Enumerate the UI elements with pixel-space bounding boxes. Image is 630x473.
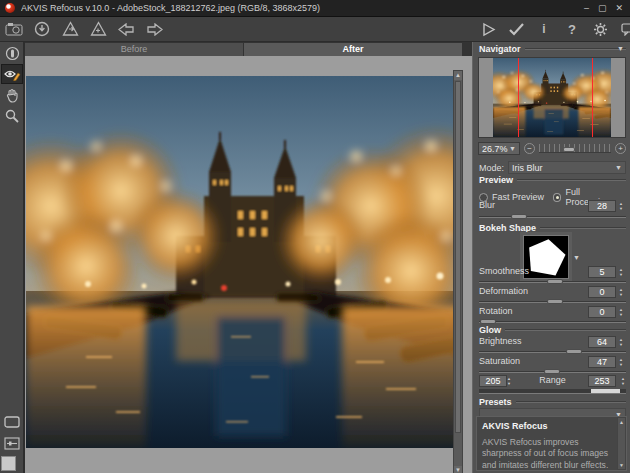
hints-scroll-down-icon[interactable]: ▼ (618, 461, 625, 469)
zoom-out-button[interactable]: − (524, 143, 535, 154)
presets-header: Presets (479, 397, 626, 407)
range-high-spinner[interactable]: ▲▼ (621, 376, 625, 386)
hand-tool-icon[interactable] (1, 85, 23, 105)
feedback-chat-icon[interactable] (616, 19, 630, 39)
brightness-slider[interactable] (479, 348, 626, 355)
quick-preview-tool-icon[interactable] (1, 43, 23, 63)
saturation-slider-thumb[interactable] (544, 369, 560, 374)
blur-label: Blur (479, 200, 495, 210)
smoothness-label: Smoothness (479, 266, 529, 276)
hints-scrollbar[interactable]: ▲ ▼ (617, 417, 626, 470)
glow-header: Glow (479, 325, 626, 335)
maximize-button[interactable]: ▢ (598, 4, 607, 13)
blur-area-tool-icon[interactable] (1, 64, 23, 84)
zoom-value: 26.7% (482, 144, 508, 154)
deformation-slider-thumb[interactable] (547, 299, 563, 304)
main-toolbar: i ? (0, 17, 630, 42)
hints-body: AKVIS Refocus improves sharpness of out … (482, 437, 614, 471)
minimize-button[interactable]: – (584, 4, 589, 13)
range-gradient-slider[interactable] (479, 389, 626, 394)
range-high-value[interactable]: 253 (588, 375, 616, 387)
navigator-thumbnail[interactable] (493, 58, 611, 137)
scroll-up-arrow-icon[interactable]: ▲ (454, 71, 462, 80)
navigator-collapse-icon[interactable]: ▼ (617, 45, 624, 52)
zoom-in-button[interactable]: + (615, 143, 626, 154)
iris-blur-right-guide[interactable] (592, 58, 593, 137)
hints-title: AKVIS Refocus (482, 421, 614, 431)
vertical-scroll-thumb[interactable] (455, 81, 461, 433)
navigator-title: Navigator (479, 44, 521, 54)
navigator-thumbnail-box (478, 57, 626, 138)
preferences-gear-icon[interactable] (588, 19, 612, 39)
blur-slider[interactable] (479, 213, 626, 220)
image-canvas-area: Before After (24, 42, 472, 473)
range-row: 205▲▼ Range ▲▼ 253 (479, 375, 626, 388)
brightness-slider-thumb[interactable] (566, 349, 582, 354)
about-icon[interactable]: i (532, 19, 556, 39)
deformation-slider[interactable] (479, 298, 626, 305)
hints-panel: AKVIS Refocus AKVIS Refocus improves sha… (476, 416, 627, 471)
rotation-value[interactable]: 0 (588, 306, 616, 318)
zoom-slider[interactable] (539, 144, 611, 153)
bokeh-shape-dropdown-icon[interactable]: ▼ (573, 254, 580, 261)
bokeh-shape-title: Bokeh Shape (479, 223, 536, 233)
smoothness-slider-thumb[interactable] (547, 279, 563, 284)
hints-scroll-up-icon[interactable]: ▲ (618, 418, 625, 426)
bokeh-shape-header: Bokeh Shape (479, 223, 626, 233)
smoothness-value[interactable]: 5 (588, 266, 616, 278)
help-icon[interactable]: ? (560, 19, 584, 39)
scroll-down-arrow-icon[interactable]: ▼ (454, 466, 462, 473)
title-bar: AKVIS Refocus v.10.0 - AdobeStock_188212… (0, 0, 630, 17)
rotation-slider[interactable] (479, 318, 626, 325)
close-button[interactable]: ✕ (615, 4, 623, 13)
rotation-row: Rotation 0 ▲▼ (479, 306, 626, 316)
save-image-icon[interactable] (58, 19, 82, 39)
tab-after[interactable]: After (244, 43, 463, 56)
app-window: AKVIS Refocus v.10.0 - AdobeStock_188212… (0, 0, 630, 473)
undo-icon[interactable] (114, 19, 138, 39)
background-color-swatch[interactable] (1, 456, 16, 471)
open-image-icon[interactable] (30, 19, 54, 39)
zoom-value-dropdown[interactable]: 26.7% ▼ (478, 142, 520, 155)
range-selected-segment[interactable] (591, 389, 620, 393)
rotation-slider-thumb[interactable] (480, 319, 496, 324)
blur-spinner[interactable]: ▲▼ (617, 200, 625, 212)
mode-dropdown[interactable]: Iris Blur ▼ (508, 161, 626, 174)
edited-photo[interactable] (26, 76, 462, 448)
vertical-scrollbar[interactable]: ▲ ▼ (453, 70, 463, 473)
app-logo-icon (5, 3, 15, 13)
rotation-label: Rotation (479, 306, 513, 316)
run-processing-icon[interactable] (476, 19, 500, 39)
saturation-slider[interactable] (479, 368, 626, 375)
brightness-value[interactable]: 64 (588, 336, 616, 348)
deformation-spinner[interactable]: ▲▼ (617, 286, 625, 298)
adjust-panel-icon[interactable] (1, 433, 23, 453)
glow-title: Glow (479, 325, 501, 335)
blur-value[interactable]: 28 (588, 200, 616, 212)
mode-value: Iris Blur (512, 163, 615, 173)
image-viewport[interactable]: ▲ ▼ ◀ ▶ (25, 56, 463, 473)
saturation-spinner[interactable]: ▲▼ (617, 356, 625, 368)
print-image-icon[interactable] (86, 19, 110, 39)
deformation-value[interactable]: 0 (588, 286, 616, 298)
mode-dropdown-icon: ▼ (615, 164, 622, 171)
saturation-row: Saturation 47 ▲▼ (479, 356, 626, 366)
zoom-slider-thumb[interactable] (563, 147, 575, 152)
iris-blur-left-guide[interactable] (518, 58, 519, 137)
apply-result-icon[interactable] (504, 19, 528, 39)
saturation-value[interactable]: 47 (588, 356, 616, 368)
left-tool-column (0, 42, 24, 473)
rotation-spinner[interactable]: ▲▼ (617, 306, 625, 318)
saturation-label: Saturation (479, 356, 520, 366)
brightness-spinner[interactable]: ▲▼ (617, 336, 625, 348)
brightness-label: Brightness (479, 336, 522, 346)
smoothness-spinner[interactable]: ▲▼ (617, 266, 625, 278)
frame-tool-icon[interactable] (1, 412, 23, 432)
blur-slider-thumb[interactable] (511, 214, 527, 219)
tab-before[interactable]: Before (25, 43, 244, 56)
blur-row: Blur 28 ▲▼ (479, 200, 626, 210)
redo-icon[interactable] (142, 19, 166, 39)
smoothness-row: Smoothness 5 ▲▼ (479, 266, 626, 276)
zoom-tool-icon[interactable] (1, 106, 23, 126)
smoothness-slider[interactable] (479, 278, 626, 285)
